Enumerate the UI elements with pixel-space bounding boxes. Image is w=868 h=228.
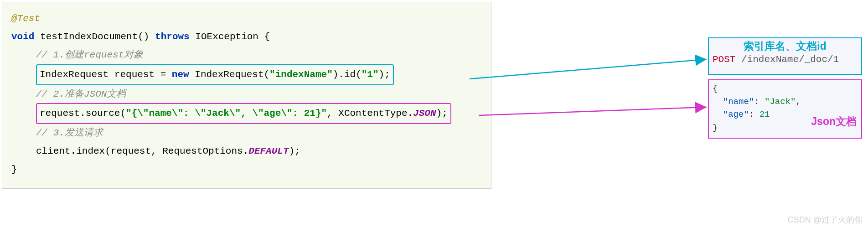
space [190, 31, 196, 42]
brace-close-line: } [11, 161, 482, 179]
method-name: testIndexDocument() [40, 31, 149, 42]
comment-text: // 1.创建request对象 [36, 50, 143, 60]
callout-pink-title: Json文档 [811, 114, 857, 129]
code-part: ); [289, 146, 300, 156]
code-request-line: IndexRequest request = new IndexRequest(… [11, 64, 482, 85]
code-panel: @Test void testIndexDocument() throws IO… [2, 2, 491, 189]
highlight-source: request.source("{\"name\": \"Jack\", \"a… [36, 103, 451, 124]
callout-index-doc: 索引库名、文档id POST /indexName/_doc/1 [708, 37, 862, 75]
string-id: "1" [362, 69, 379, 80]
string-indexname: "indexName" [269, 69, 333, 80]
comment-text: // 3.发送请求 [36, 128, 103, 138]
code-part: IndexRequest request = [40, 69, 172, 80]
space [34, 31, 40, 42]
kw-void: void [11, 31, 34, 42]
json-brace: { [713, 83, 718, 93]
const-json: JSON [413, 108, 436, 119]
code-part: ); [436, 108, 448, 119]
space [258, 31, 264, 42]
arrow-blue-line [470, 59, 707, 79]
arrow-pink-line [479, 107, 707, 115]
code-client-line: client.index(request, RequestOptions.DEF… [11, 142, 482, 161]
json-colon: : [754, 97, 765, 107]
callout-blue-title: 索引库名、文档id [713, 39, 858, 53]
brace-open: { [264, 31, 270, 42]
watermark: CSDN @过了火的你 [788, 214, 863, 225]
json-val-21: 21 [760, 109, 770, 119]
comment-3: // 3.发送请求 [11, 124, 482, 142]
json-comma: , [796, 97, 801, 107]
code-annotation: @Test [11, 10, 482, 28]
code-part: ).id( [333, 69, 362, 80]
string-json: "{\"name\": \"Jack\", \"age\": 21}" [126, 108, 327, 119]
code-part: , XContentType. [327, 108, 413, 119]
json-val-jack: "Jack" [765, 97, 796, 107]
space [149, 31, 155, 42]
code-part: IndexRequest( [189, 69, 269, 80]
http-method: POST [713, 54, 735, 65]
code-source-line: request.source("{\"name\": \"Jack\", \"a… [11, 103, 482, 124]
json-brace: } [713, 123, 718, 133]
callout-json-doc: { "name": "Jack", "age": 21 } Json文档 [708, 79, 862, 139]
kw-new: new [172, 69, 189, 80]
json-colon: : [749, 109, 760, 119]
code-part: ); [379, 69, 390, 80]
highlight-index-request: IndexRequest request = new IndexRequest(… [36, 64, 394, 85]
code-part: client.index(request, RequestOptions. [36, 146, 248, 156]
exception-type: IOException [195, 31, 258, 42]
json-key-age: "age" [713, 109, 749, 119]
http-path: /indexName/_doc/1 [735, 54, 839, 65]
comment-text: // 2.准备JSON文档 [36, 89, 126, 99]
comment-1: // 1.创建request对象 [11, 46, 482, 64]
brace-close: } [11, 164, 17, 175]
json-key-name: "name" [713, 97, 754, 107]
http-request-line: POST /indexName/_doc/1 [713, 54, 858, 65]
const-default: DEFAULT [248, 146, 289, 156]
code-signature: void testIndexDocument() throws IOExcept… [11, 28, 482, 46]
comment-2: // 2.准备JSON文档 [11, 85, 482, 104]
test-annotation: @Test [11, 13, 40, 24]
kw-throws: throws [155, 31, 190, 42]
code-part: request.source( [40, 108, 126, 119]
